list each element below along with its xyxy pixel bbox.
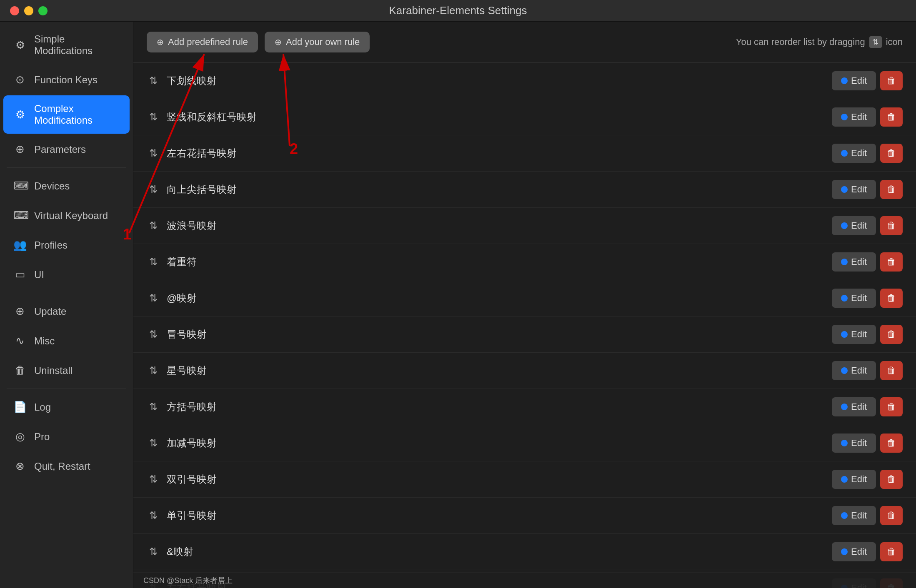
rule-name: 方括号映射 [167,400,825,414]
trash-icon: 🗑 [887,293,896,304]
close-button[interactable] [10,6,19,15]
rule-actions: Edit 🗑 [832,289,903,308]
table-row: ⇅ 竖线和反斜杠号映射 Edit 🗑 [133,99,916,135]
sidebar-item-label: Profiles [34,239,68,251]
delete-rule-button[interactable]: 🗑 [880,107,903,127]
sidebar-item-label: Function Keys [34,74,98,86]
delete-rule-button[interactable]: 🗑 [880,542,903,561]
trash-icon: 🗑 [887,510,896,521]
predefined-rule-icon: ⊕ [157,37,164,47]
maximize-button[interactable] [38,6,48,15]
rule-actions: Edit 🗑 [832,144,903,163]
edit-rule-button[interactable]: Edit [832,216,876,235]
sidebar-item-update[interactable]: ⊕ Update [3,297,130,325]
sidebar-item-profiles[interactable]: 👥 Profiles [3,231,130,259]
sidebar-item-label: Complex Modifications [34,103,120,126]
sidebar-divider-1 [7,167,126,168]
rule-name: 竖线和反斜杠号映射 [167,110,825,124]
window-title: Karabiner-Elements Settings [389,4,527,17]
trash-icon: 🗑 [887,365,896,376]
rule-sort-icon: ⇅ [147,473,160,485]
edit-rule-button[interactable]: Edit [832,397,876,416]
sidebar-item-label: UI [34,269,44,281]
edit-rule-button[interactable]: Edit [832,107,876,127]
delete-rule-button[interactable]: 🗑 [880,144,903,163]
rule-name: 向上尖括号映射 [167,183,825,196]
edit-rule-button[interactable]: Edit [832,144,876,163]
complex-mod-icon: ⚙ [13,108,27,121]
pro-icon: ◎ [13,430,27,443]
sidebar-item-label: Simple Modifications [34,33,120,57]
edit-rule-button[interactable]: Edit [832,542,876,561]
trash-icon: 🗑 [887,474,896,485]
sidebar-item-misc[interactable]: ∿ Misc [3,327,130,355]
table-row: ⇅ 加减号映射 Edit 🗑 [133,425,916,461]
delete-rule-button[interactable]: 🗑 [880,506,903,525]
delete-rule-button[interactable]: 🗑 [880,252,903,272]
rule-actions: Edit 🗑 [832,325,903,344]
toolbar-left: ⊕ Add predefined rule ⊕ Add your own rul… [147,32,370,52]
edit-rule-button[interactable]: Edit [832,180,876,199]
edit-rule-button[interactable]: Edit [832,252,876,272]
table-row: ⇅ 方括号映射 Edit 🗑 [133,389,916,425]
delete-rule-button[interactable]: 🗑 [880,434,903,453]
sidebar-item-complex-modifications[interactable]: ⚙ Complex Modifications [3,95,130,134]
rule-name: 星号映射 [167,364,825,377]
edit-dot-icon [841,512,848,519]
sidebar-item-parameters[interactable]: ⊕ Parameters [3,135,130,163]
sidebar-divider-3 [7,389,126,389]
sidebar-item-uninstall[interactable]: 🗑 Uninstall [3,356,130,384]
edit-rule-button[interactable]: Edit [832,71,876,90]
edit-rule-button[interactable]: Edit [832,434,876,453]
gear-icon: ⚙ [13,39,27,52]
sidebar-item-label: Pro [34,431,50,443]
rule-sort-icon: ⇅ [147,256,160,268]
sidebar-item-quit-restart[interactable]: ⊗ Quit, Restart [3,452,130,480]
rule-name: 左右花括号映射 [167,147,825,160]
edit-dot-icon [841,295,848,301]
delete-rule-button[interactable]: 🗑 [880,361,903,380]
delete-rule-button[interactable]: 🗑 [880,289,903,308]
delete-rule-button[interactable]: 🗑 [880,216,903,235]
edit-dot-icon [841,548,848,555]
sidebar-item-ui[interactable]: ▭ UI [3,261,130,289]
edit-rule-button[interactable]: Edit [832,470,876,489]
minimize-button[interactable] [24,6,33,15]
sidebar-item-virtual-keyboard[interactable]: ⌨ Virtual Keyboard [3,202,130,229]
rule-name: 下划线映射 [167,74,825,87]
sidebar-item-label: Virtual Keyboard [34,210,108,222]
uninstall-icon: 🗑 [13,364,27,377]
devices-icon: ⌨ [13,179,27,192]
rule-sort-icon: ⇅ [147,147,160,159]
edit-rule-button[interactable]: Edit [832,506,876,525]
misc-icon: ∿ [13,334,27,347]
edit-rule-button[interactable]: Edit [832,289,876,308]
delete-rule-button[interactable]: 🗑 [880,180,903,199]
edit-dot-icon [841,440,848,446]
sidebar-item-simple-modifications[interactable]: ⚙ Simple Modifications [3,26,130,64]
toolbar-hint: You can reorder list by dragging ⇅ icon [736,36,903,48]
trash-icon: 🗑 [887,148,896,159]
sidebar-item-function-keys[interactable]: ⊙ Function Keys [3,66,130,94]
edit-rule-button[interactable]: Edit [832,361,876,380]
delete-rule-button[interactable]: 🗑 [880,325,903,344]
add-predefined-rule-button[interactable]: ⊕ Add predefined rule [147,32,258,52]
sidebar-item-label: Log [34,401,51,413]
delete-rule-button[interactable]: 🗑 [880,71,903,90]
add-own-rule-button[interactable]: ⊕ Add your own rule [265,32,370,52]
table-row: ⇅ @映射 Edit 🗑 [133,280,916,316]
toolbar: ⊕ Add predefined rule ⊕ Add your own rul… [133,22,916,63]
sidebar-item-log[interactable]: 📄 Log [3,393,130,421]
rule-sort-icon: ⇅ [147,111,160,123]
sidebar-item-devices[interactable]: ⌨ Devices [3,172,130,200]
main-layout: ⚙ Simple Modifications ⊙ Function Keys ⚙… [0,22,916,588]
delete-rule-button[interactable]: 🗑 [880,470,903,489]
delete-rule-button[interactable]: 🗑 [880,397,903,416]
sidebar: ⚙ Simple Modifications ⊙ Function Keys ⚙… [0,22,133,588]
edit-dot-icon [841,476,848,483]
edit-rule-button[interactable]: Edit [832,325,876,344]
edit-dot-icon [841,222,848,229]
table-row: ⇅ 着重符 Edit 🗑 [133,244,916,280]
sidebar-item-pro[interactable]: ◎ Pro [3,423,130,451]
edit-dot-icon [841,404,848,410]
